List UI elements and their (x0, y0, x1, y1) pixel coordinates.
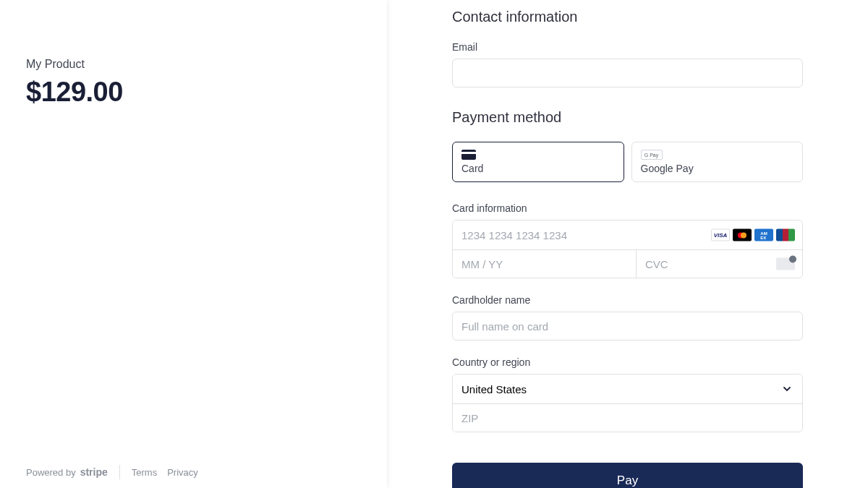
payment-tab-gpay[interactable]: G Pay Google Pay (631, 142, 804, 182)
card-icon (461, 150, 476, 160)
contact-information-title: Contact information (452, 9, 803, 25)
cvc-icon (776, 258, 795, 270)
country-input-group: United States (452, 374, 803, 432)
gpay-icon: G Pay (641, 150, 663, 160)
product-name: My Product (26, 58, 387, 71)
card-brand-icons: VISA AMEX (711, 229, 795, 241)
cardholder-name-field[interactable] (452, 312, 803, 341)
card-information-label: Card information (452, 202, 803, 214)
stripe-logo: stripe (80, 466, 108, 478)
email-label: Email (452, 41, 803, 53)
privacy-link[interactable]: Privacy (167, 467, 198, 478)
amex-icon: AMEX (754, 229, 773, 241)
svg-point-3 (741, 232, 746, 238)
divider (119, 465, 120, 479)
visa-icon: VISA (711, 229, 730, 241)
card-expiry-field[interactable] (453, 250, 636, 278)
pay-button[interactable]: Pay (452, 463, 803, 488)
email-field[interactable] (452, 59, 803, 87)
powered-by-label: Powered by (26, 467, 76, 478)
mastercard-icon (733, 229, 752, 241)
cardholder-name-label: Cardholder name (452, 294, 803, 306)
payment-tab-card-label: Card (461, 163, 615, 174)
svg-rect-1 (461, 152, 476, 154)
card-input-group: VISA AMEX (452, 220, 803, 278)
checkout-panel: Contact information Email Payment method… (387, 0, 868, 488)
powered-by: Powered by stripe (26, 466, 108, 478)
payment-method-title: Payment method (452, 109, 803, 126)
country-label: Country or region (452, 356, 803, 368)
zip-field[interactable] (453, 404, 802, 432)
summary-panel: My Product $129.00 Powered by stripe Ter… (0, 0, 387, 488)
jcb-icon (776, 229, 795, 241)
product-price: $129.00 (26, 77, 387, 108)
country-select[interactable]: United States (453, 374, 802, 403)
payment-tab-gpay-label: Google Pay (641, 163, 794, 174)
footer: Powered by stripe Terms Privacy (26, 465, 198, 479)
payment-tab-card[interactable]: Card (452, 142, 624, 182)
svg-rect-0 (461, 150, 476, 160)
terms-link[interactable]: Terms (132, 467, 157, 478)
